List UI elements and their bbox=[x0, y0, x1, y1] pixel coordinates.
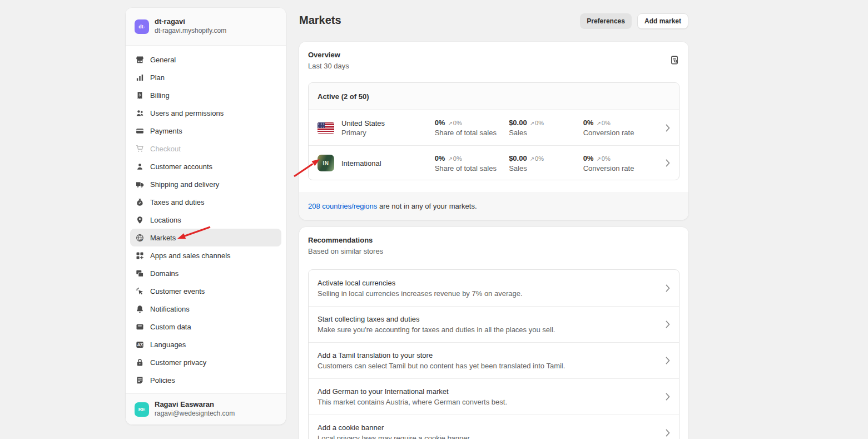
sidebar-item-taxes-and-duties[interactable]: Taxes and duties bbox=[130, 193, 281, 211]
settings-sidebar: dt- dt-ragavi dt-ragavi.myshopify.com Ge… bbox=[126, 8, 286, 425]
sidebar-item-customer-privacy[interactable]: Customer privacy bbox=[130, 353, 281, 371]
chevron-right-icon bbox=[666, 284, 670, 292]
user-email: ragavi@wedesigntech.com bbox=[155, 410, 235, 418]
conversion-label: Conversion rate bbox=[583, 129, 666, 137]
share-delta: 0% bbox=[453, 120, 462, 126]
store-avatar-initials: dt- bbox=[138, 24, 145, 29]
data-box-icon bbox=[135, 322, 145, 331]
user-account-footer: RE Ragavi Easwaran ragavi@wedesigntech.c… bbox=[126, 393, 286, 425]
chevron-right-icon bbox=[666, 159, 670, 167]
svg-text:A: A bbox=[137, 342, 140, 347]
chevron-right-icon bbox=[666, 124, 670, 132]
sidebar-item-shipping-and-delivery[interactable]: Shipping and delivery bbox=[130, 175, 281, 193]
reco-item-taxes-duties[interactable]: Start collecting taxes and duties Make s… bbox=[309, 306, 679, 342]
user-name: Ragavi Easwaran bbox=[155, 400, 235, 410]
add-market-button[interactable]: Add market bbox=[637, 13, 688, 29]
share-label: Share of total sales bbox=[435, 164, 509, 172]
sales-stat: $0.00 ↗0% Sales bbox=[509, 119, 583, 137]
globe-dollar-icon: $ bbox=[135, 233, 145, 242]
chevron-right-icon bbox=[666, 393, 670, 401]
trend-up-icon: ↗ bbox=[530, 120, 534, 126]
sales-value: $0.00 bbox=[509, 154, 527, 162]
sidebar-item-markets[interactable]: $ Markets bbox=[130, 229, 281, 246]
share-delta: 0% bbox=[453, 155, 462, 162]
sidebar-item-notifications[interactable]: Notifications bbox=[130, 300, 281, 318]
store-name: dt-ragavi bbox=[155, 17, 226, 27]
person-icon bbox=[135, 162, 145, 171]
active-markets-table: Active (2 of 50) United States Primary 0… bbox=[308, 82, 679, 180]
store-header: dt- dt-ragavi dt-ragavi.myshopify.com bbox=[126, 8, 286, 46]
recommendations-card: Recommendations Based on similar stores … bbox=[299, 227, 688, 439]
user-avatar-initials: RE bbox=[138, 407, 146, 412]
sidebar-item-checkout[interactable]: Checkout bbox=[130, 140, 281, 157]
conversion-delta: 0% bbox=[602, 155, 611, 162]
lock-icon bbox=[135, 358, 145, 367]
view-report-icon[interactable] bbox=[669, 55, 679, 67]
domains-icon bbox=[135, 269, 145, 278]
translate-icon: A bbox=[135, 340, 145, 349]
sidebar-item-general[interactable]: General bbox=[130, 51, 281, 68]
reco-title: Activate local currencies bbox=[318, 279, 523, 287]
conversion-delta: 0% bbox=[602, 120, 611, 126]
chevron-right-icon bbox=[666, 320, 670, 328]
sidebar-item-customer-accounts[interactable]: Customer accounts bbox=[130, 157, 281, 175]
receipt-icon bbox=[135, 91, 145, 100]
recommendations-subtitle: Based on similar stores bbox=[308, 247, 383, 255]
sales-label: Sales bbox=[509, 164, 583, 172]
reco-title: Add German to your International market bbox=[318, 387, 507, 396]
sidebar-item-locations[interactable]: Locations bbox=[130, 211, 281, 229]
store-icon bbox=[135, 55, 145, 64]
reco-item-local-currencies[interactable]: Activate local currencies Selling in loc… bbox=[309, 270, 679, 306]
sidebar-item-domains[interactable]: Domains bbox=[130, 264, 281, 282]
sales-delta: 0% bbox=[535, 120, 544, 126]
reco-description: Selling in local currencies increases re… bbox=[318, 289, 523, 298]
sidebar-item-users-and-permissions[interactable]: Users and permissions bbox=[130, 104, 281, 122]
cart-icon bbox=[135, 144, 145, 153]
overview-footer-text: are not in any of your markets. bbox=[377, 202, 477, 210]
sidebar-item-billing[interactable]: Billing bbox=[130, 86, 281, 104]
reco-description: This market contains Austria, where Germ… bbox=[318, 398, 507, 406]
bell-icon bbox=[135, 304, 145, 313]
map-pin-icon bbox=[135, 215, 145, 224]
sidebar-item-payments[interactable]: Payments bbox=[130, 122, 281, 140]
sidebar-item-customer-events[interactable]: Customer events bbox=[130, 282, 281, 300]
share-value: 0% bbox=[435, 119, 445, 127]
overview-subtitle: Last 30 days bbox=[308, 62, 349, 70]
store-avatar: dt- bbox=[135, 19, 149, 34]
users-icon bbox=[135, 108, 145, 117]
header-actions: Preferences Add market bbox=[583, 13, 688, 29]
trend-up-icon: ↗ bbox=[596, 120, 601, 126]
money-bag-icon bbox=[135, 198, 145, 206]
overview-footer: 208 countries/regions are not in any of … bbox=[299, 192, 688, 220]
share-stat: 0% ↗0% Share of total sales bbox=[435, 154, 509, 172]
recommendations-title: Recommendations bbox=[308, 236, 383, 244]
truck-icon bbox=[135, 180, 145, 189]
svg-text:$: $ bbox=[140, 237, 142, 241]
trend-up-icon: ↗ bbox=[530, 156, 534, 162]
market-row-international[interactable]: IN International 0% ↗0% Share of total s… bbox=[309, 145, 679, 180]
sales-stat: $0.00 ↗0% Sales bbox=[509, 154, 583, 172]
sidebar-item-languages[interactable]: A Languages bbox=[130, 336, 281, 353]
reco-title: Start collecting taxes and duties bbox=[318, 315, 555, 323]
sidebar-item-plan[interactable]: Plan bbox=[130, 68, 281, 86]
settings-nav: General Plan Billing Users and permissio… bbox=[126, 46, 286, 394]
international-market-icon: IN bbox=[318, 155, 334, 171]
conversion-stat: 0% ↗0% Conversion rate bbox=[583, 119, 666, 137]
market-row-united-states[interactable]: United States Primary 0% ↗0% Share of to… bbox=[309, 110, 679, 145]
active-markets-header: Active (2 of 50) bbox=[309, 83, 679, 110]
preferences-button[interactable]: Preferences bbox=[580, 13, 632, 29]
chevron-right-icon bbox=[666, 357, 670, 364]
bar-chart-icon bbox=[135, 73, 145, 82]
sidebar-item-policies[interactable]: Policies bbox=[130, 371, 281, 389]
overview-title: Overview bbox=[308, 51, 349, 59]
reco-item-tamil-translation[interactable]: Add a Tamil translation to your store Cu… bbox=[309, 342, 679, 378]
reco-item-cookie-banner[interactable]: Add a cookie banner Local privacy laws m… bbox=[309, 415, 679, 439]
user-avatar: RE bbox=[135, 402, 149, 417]
countries-regions-link[interactable]: 208 countries/regions bbox=[308, 202, 377, 210]
reco-description: Local privacy laws may require a cookie … bbox=[318, 434, 472, 439]
sidebar-item-apps-and-sales-channels[interactable]: Apps and sales channels bbox=[130, 246, 281, 264]
overview-header: Overview Last 30 days bbox=[308, 51, 349, 70]
reco-item-german-international[interactable]: Add German to your International market … bbox=[309, 378, 679, 415]
sidebar-item-custom-data[interactable]: Custom data bbox=[130, 318, 281, 336]
conversion-stat: 0% ↗0% Conversion rate bbox=[583, 154, 666, 172]
